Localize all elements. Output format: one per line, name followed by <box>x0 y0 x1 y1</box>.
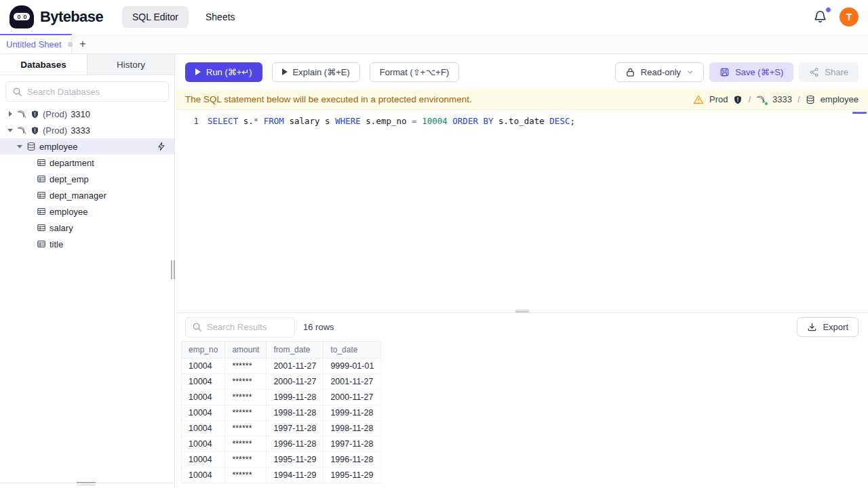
instance-name: 3310 <box>71 109 90 119</box>
warning-icon <box>693 94 704 105</box>
mysql-instance-icon <box>756 94 767 105</box>
avatar[interactable]: T <box>840 7 859 26</box>
notification-bell-icon[interactable] <box>812 9 829 26</box>
table-cell: 10004 <box>182 390 225 405</box>
shield-icon <box>31 126 39 135</box>
main-panel: Run (⌘+↵) Explain (⌘+E) Format (⇧+⌥+F) R… <box>176 54 868 488</box>
table-cell: ****** <box>225 436 267 452</box>
add-sheet-button[interactable]: + <box>72 34 94 54</box>
table-cell: ****** <box>225 405 267 421</box>
table-cell: ****** <box>225 390 267 405</box>
table-cell: 1998-11-28 <box>323 421 381 436</box>
table-row[interactable]: 10004******1995-11-291996-11-28 <box>182 452 381 468</box>
tree-item-instance-3310[interactable]: (Prod)3310 <box>0 106 174 122</box>
results-resize-handle[interactable] <box>515 310 529 312</box>
table-cell: 10004 <box>182 452 225 468</box>
results-table: emp_no amount from_date to_date 10004***… <box>181 341 381 483</box>
tab-history[interactable]: History <box>87 54 174 75</box>
sql-token: BY <box>483 116 493 126</box>
sql-token: s. <box>238 116 254 126</box>
table-cell: 1997-11-28 <box>267 421 323 436</box>
shield-icon <box>31 110 39 119</box>
sql-token: 10004 <box>422 116 448 126</box>
sidebar-bottom-resize-handle[interactable] <box>77 482 96 485</box>
instance-label: 3333 <box>772 94 792 104</box>
tree-item-table-dept_manager[interactable]: dept_manager <box>0 187 174 203</box>
table-cell: 1994-11-29 <box>267 468 323 483</box>
column-header-from-date[interactable]: from_date <box>267 342 323 359</box>
run-button[interactable]: Run (⌘+↵) <box>185 62 262 82</box>
table-name: dept_manager <box>50 190 106 201</box>
sql-token: WHERE <box>335 116 361 126</box>
column-header-amount[interactable]: amount <box>225 342 267 359</box>
table-cell: 1999-11-28 <box>267 390 323 405</box>
table-icon <box>37 223 46 232</box>
tree-item-table-employee[interactable]: employee <box>0 203 174 220</box>
tab-untitled-sheet[interactable]: Untitled Sheet <box>0 34 72 54</box>
environment-label: (Prod) <box>43 109 67 119</box>
explain-button[interactable]: Explain (⌘+E) <box>272 62 360 82</box>
caret-right-icon[interactable] <box>7 110 14 117</box>
tree-item-table-dept_emp[interactable]: dept_emp <box>0 171 174 187</box>
sql-token: ; <box>570 116 575 126</box>
caret-down-icon[interactable] <box>16 143 23 150</box>
table-cell: 2000-11-27 <box>323 390 381 405</box>
table-row[interactable]: 10004******1998-11-281999-11-28 <box>182 405 381 421</box>
overview-ruler-cursor <box>852 112 867 114</box>
save-button[interactable]: Save (⌘+S) <box>709 62 793 82</box>
table-cell: ****** <box>225 374 267 390</box>
mysql-icon <box>17 125 27 136</box>
download-icon <box>807 322 817 332</box>
table-cell: 1996-11-28 <box>323 452 381 468</box>
row-count: 16 rows <box>303 322 334 332</box>
brand-wordmark: Bytebase <box>40 8 103 26</box>
sql-token: FROM <box>264 116 284 126</box>
table-cell: 10004 <box>182 421 225 436</box>
tree-item-instance-3333[interactable]: (Prod)3333 <box>0 122 174 138</box>
editor-toolbar: Run (⌘+↵) Explain (⌘+E) Format (⇧+⌥+F) R… <box>176 54 868 89</box>
sql-editor[interactable]: 1 SELECT s.* FROM salary s WHERE s.emp_n… <box>176 110 868 312</box>
caret-down-icon[interactable] <box>7 127 14 134</box>
format-button[interactable]: Format (⇧+⌥+F) <box>370 62 459 82</box>
table-row[interactable]: 10004******1996-11-281997-11-28 <box>182 436 381 452</box>
results-table-body: 10004******2001-11-279999-01-0110004****… <box>182 359 381 483</box>
table-cell: 1999-11-28 <box>323 405 381 421</box>
tree-item-database-employee[interactable]: employee <box>0 138 174 155</box>
table-row[interactable]: 10004******1999-11-282000-11-27 <box>182 390 381 405</box>
sidebar-resize-handle[interactable] <box>171 260 175 279</box>
table-cell: 2000-11-27 <box>267 374 323 390</box>
save-icon <box>719 67 730 77</box>
tree-item-table-title[interactable]: title <box>0 236 174 252</box>
mysql-icon <box>17 109 27 119</box>
environment-label: Prod <box>709 94 728 104</box>
tab-databases[interactable]: Databases <box>0 54 87 75</box>
nav-sheets[interactable]: Sheets <box>195 6 245 28</box>
share-button[interactable]: Share <box>799 62 859 82</box>
instance-name: 3333 <box>71 125 90 136</box>
database-search[interactable] <box>5 81 169 102</box>
table-row[interactable]: 10004******1994-11-291995-11-29 <box>182 468 381 483</box>
table-row[interactable]: 10004******2000-11-272001-11-27 <box>182 374 381 390</box>
play-icon <box>195 68 201 75</box>
database-search-input[interactable] <box>27 87 162 97</box>
bytebase-logo-icon <box>9 5 34 28</box>
nav-sql-editor[interactable]: SQL Editor <box>122 6 189 28</box>
table-icon <box>37 239 46 249</box>
tree-item-table-department[interactable]: department <box>0 155 174 171</box>
column-header-to-date[interactable]: to_date <box>323 342 381 359</box>
sheet-tab-strip: Untitled Sheet + <box>0 34 868 54</box>
export-button[interactable]: Export <box>797 317 859 337</box>
table-cell: 1995-11-29 <box>323 468 381 483</box>
environment-label: (Prod) <box>43 125 67 136</box>
readonly-mode-button[interactable]: Read-only <box>615 62 704 82</box>
results-search[interactable] <box>185 317 295 338</box>
connect-lightning-icon[interactable] <box>157 142 166 151</box>
table-row[interactable]: 10004******1997-11-281998-11-28 <box>182 421 381 436</box>
table-row[interactable]: 10004******2001-11-279999-01-01 <box>182 359 381 374</box>
search-icon <box>12 87 22 97</box>
tree-item-table-salary[interactable]: salary <box>0 220 174 236</box>
column-header-emp-no[interactable]: emp_no <box>182 342 225 359</box>
app-header: Bytebase SQL Editor Sheets T <box>0 0 868 34</box>
results-table-wrap: emp_no amount from_date to_date 10004***… <box>176 341 868 488</box>
table-header-row: emp_no amount from_date to_date <box>182 342 381 359</box>
